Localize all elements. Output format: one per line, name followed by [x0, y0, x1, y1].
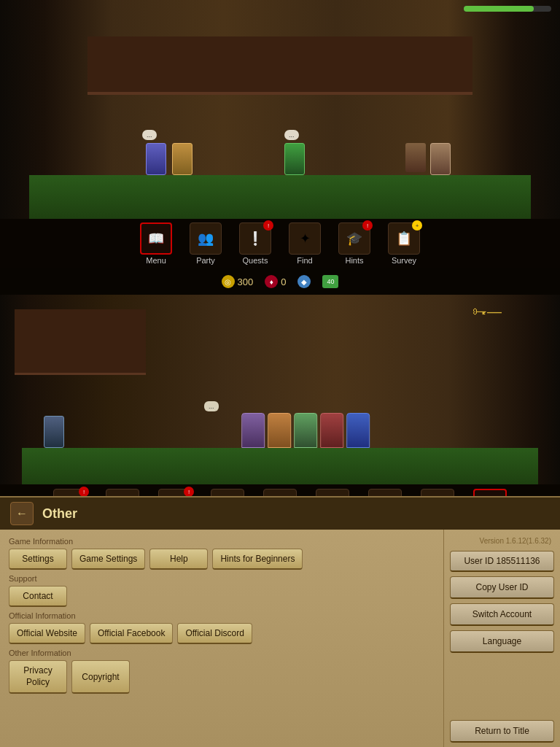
other-panel: ← Other Game Information Settings Game S… — [0, 496, 560, 747]
influence-button[interactable]: ⚔ Influence — [98, 489, 147, 496]
find-label: Find — [297, 256, 312, 265]
key-badge: 🗝— — [472, 303, 502, 320]
menu-icon: 📖 — [140, 222, 172, 255]
official-facebook-button[interactable]: Official Facebook — [90, 623, 174, 644]
other-info-buttons: Privacy Policy Copyright — [9, 660, 435, 694]
user-id-button[interactable]: User ID 185511136 — [450, 551, 554, 572]
help-button[interactable]: Help — [149, 549, 208, 570]
shops-button[interactable]: 🏪 Shops — [255, 489, 305, 496]
privacy-policy-button[interactable]: Privacy Policy — [9, 660, 67, 694]
hints-icon: 🎓 ! — [338, 222, 370, 255]
toolbar-1: 📖 Menu 👥 Party ❕ ! Quests ✦ Find 🎓 ! Hin… — [0, 219, 560, 268]
copy-user-id-button[interactable]: Copy User ID — [450, 576, 554, 599]
news-icon: 📰 — [368, 489, 402, 496]
party-button[interactable]: 👥 Party — [184, 222, 228, 265]
quests-badge: ! — [263, 220, 273, 231]
news-button[interactable]: 📰 News — [360, 489, 410, 496]
gold-icon: ◎ — [222, 275, 235, 288]
panel-left: Game Information Settings Game Settings … — [0, 530, 443, 747]
other-icon: ⚙ — [473, 489, 507, 496]
find-button[interactable]: ✦ Find — [283, 222, 327, 265]
hints-badge: ! — [362, 220, 373, 231]
panel-header: ← Other — [0, 498, 560, 530]
ruby-value: 0 — [281, 276, 286, 287]
official-buttons: Official Website Official Facebook Offic… — [9, 623, 435, 644]
other-button[interactable]: ⚙ Other — [465, 489, 515, 496]
language-button[interactable]: Language — [450, 630, 554, 653]
diamond-currency: ◆ — [298, 275, 311, 288]
feats-icon: 🏅 ! — [158, 489, 192, 496]
gold-value: 300 — [238, 276, 254, 287]
game-info-buttons: Settings Game Settings Help Hints for Be… — [9, 549, 435, 570]
official-info-label: Official Information — [9, 611, 435, 620]
survey-button[interactable]: 📋 + Survey — [382, 222, 426, 265]
other-info-label: Other Information — [9, 649, 435, 657]
scene-top: ... ... — [0, 0, 560, 219]
items-button[interactable]: 🎒 Items — [203, 489, 252, 496]
feats-button[interactable]: 🏅 ! Feats — [150, 489, 200, 496]
survey-badge: + — [412, 220, 422, 231]
support-label: Support — [9, 574, 435, 583]
shops-icon: 🏪 — [263, 489, 297, 496]
panel-content: Game Information Settings Game Settings … — [0, 530, 560, 747]
guide-icon: 📘 ! — [53, 489, 87, 496]
party-label: Party — [196, 256, 215, 265]
hints-label: Hints — [345, 256, 363, 265]
ruby-currency: ♦ 0 — [265, 275, 286, 288]
quests-icon: ❕ ! — [239, 222, 271, 255]
game-settings-button[interactable]: Game Settings — [71, 549, 145, 570]
mail-button[interactable]: ✉ Mail — [413, 489, 462, 496]
menu-button[interactable]: 📖 Menu — [134, 222, 178, 265]
version-note: Version 1.6.12(1.6.32) — [450, 535, 554, 546]
exchange-icon: 🔄 — [316, 489, 349, 496]
exchange-button[interactable]: 🔄 Exchange — [308, 489, 357, 496]
guide-button[interactable]: 📘 ! Guide — [45, 489, 95, 496]
switch-account-button[interactable]: Switch Account — [450, 603, 554, 626]
official-website-button[interactable]: Official Website — [9, 623, 85, 644]
characters-area — [241, 413, 370, 448]
support-buttons: Contact — [9, 586, 435, 607]
official-discord-button[interactable]: Official Discord — [177, 623, 252, 644]
find-icon: ✦ — [289, 222, 321, 255]
gold-currency: ◎ 300 — [222, 275, 254, 288]
feats-badge: ! — [184, 487, 194, 496]
ruby-icon: ♦ — [265, 275, 278, 288]
panel-title: Other — [42, 506, 77, 522]
back-button[interactable]: ← — [10, 502, 34, 525]
ticket-icon: 40 — [322, 275, 338, 288]
survey-label: Survey — [392, 256, 416, 265]
items-icon: 🎒 — [211, 489, 244, 496]
toolbar-2: 📘 ! Guide ⚔ Influence 🏅 ! Feats 🎒 Items … — [0, 484, 560, 496]
guide-badge: ! — [79, 487, 89, 496]
diamond-icon: ◆ — [298, 275, 311, 288]
game-info-label: Game Information — [9, 537, 435, 546]
scene-bottom: 🗝— ... — [0, 295, 560, 484]
panel-right: Version 1.6.12(1.6.32) User ID 185511136… — [443, 530, 560, 747]
influence-icon: ⚔ — [106, 489, 139, 496]
party-icon: 👥 — [190, 222, 222, 255]
settings-button[interactable]: Settings — [9, 549, 67, 570]
copyright-button[interactable]: Copyright — [71, 660, 130, 694]
hints-button[interactable]: 🎓 ! Hints — [332, 222, 376, 265]
quests-label: Quests — [243, 256, 268, 265]
ticket-currency: 40 — [322, 275, 338, 288]
game-area: ... ... 📖 Menu 👥 Party ❕ ! Quests ✦ Find — [0, 0, 560, 496]
hints-beginners-button[interactable]: Hints for Beginners — [212, 549, 303, 570]
contact-button[interactable]: Contact — [9, 586, 67, 607]
return-to-title-button[interactable]: Return to Title — [450, 720, 554, 743]
survey-icon: 📋 + — [388, 222, 420, 255]
currency-bar: ◎ 300 ♦ 0 ◆ 40 — [0, 268, 560, 295]
mail-icon: ✉ — [421, 489, 454, 496]
menu-label: Menu — [146, 256, 166, 265]
quests-button[interactable]: ❕ ! Quests — [233, 222, 277, 265]
